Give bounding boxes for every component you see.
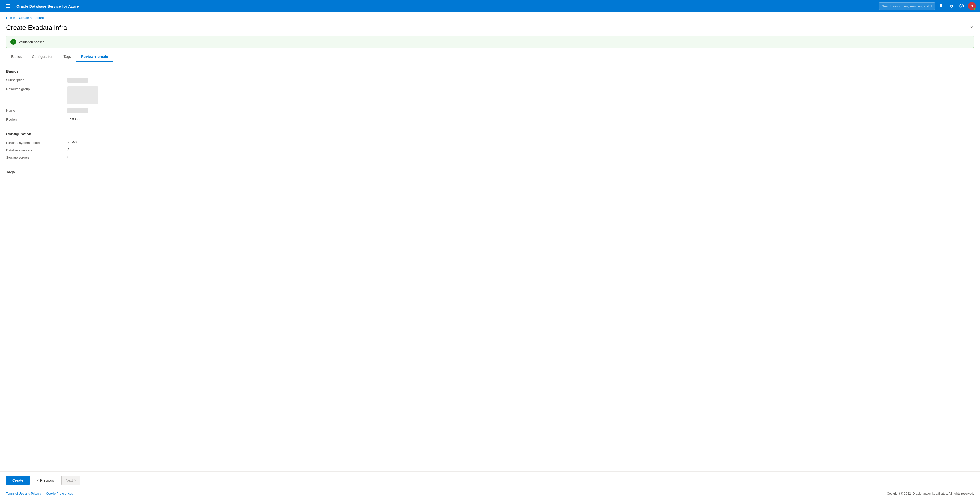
notifications-button[interactable] [937,2,945,10]
top-navigation: Oracle Database Service for Azure D [0,0,980,12]
field-exadata-model: Exadata system model X8M-2 [6,140,974,145]
tab-configuration[interactable]: Configuration [27,52,58,62]
copyright-text: Copyright © 2022, Oracle and/or its affi… [887,492,974,495]
settings-button[interactable] [947,2,956,10]
field-name: Name [6,108,974,114]
validation-banner: Validation passed. [6,36,974,48]
footer-actions: Create < Previous Next > [0,471,980,489]
field-label-exadata-model: Exadata system model [6,140,67,145]
name-placeholder [67,108,88,113]
previous-button[interactable]: < Previous [33,476,59,485]
field-region: Region East US [6,117,974,121]
footer-links: Terms of Use and Privacy Cookie Preferen… [6,492,73,495]
breadcrumb-home[interactable]: Home [6,16,15,20]
field-value-resource-group [67,86,98,105]
configuration-section: Configuration Exadata system model X8M-2… [6,132,974,159]
field-label-subscription: Subscription [6,78,67,82]
avatar-initials: D [970,4,973,8]
basics-section: Basics Subscription Resource group Name [6,69,974,121]
tags-section-title: Tags [6,170,974,174]
field-label-region: Region [6,117,67,121]
field-label-db-servers: Database servers [6,148,67,152]
create-button[interactable]: Create [6,476,30,485]
hamburger-menu-button[interactable] [4,2,12,10]
field-resource-group: Resource group [6,86,974,105]
tab-tags[interactable]: Tags [59,52,76,62]
field-storage-servers: Storage servers 3 [6,155,974,159]
page-title-row: Create Exadata infra × [0,22,980,36]
page-footer: Terms of Use and Privacy Cookie Preferen… [0,489,980,498]
user-avatar[interactable]: D [968,2,976,10]
app-title: Oracle Database Service for Azure [16,4,875,8]
avatar-status-dot [974,8,976,10]
cookie-link[interactable]: Cookie Preferences [46,492,73,495]
field-label-storage-servers: Storage servers [6,155,67,159]
page-title: Create Exadata infra [6,24,67,32]
field-subscription: Subscription [6,78,974,83]
main-wrapper: Home › Create a resource Create Exadata … [0,12,980,498]
field-value-name [67,108,88,114]
breadcrumb-sep-1: › [17,16,18,19]
basics-section-title: Basics [6,69,974,73]
global-search-input[interactable] [879,2,935,10]
svg-rect-1 [6,6,11,6]
validation-message: Validation passed. [19,40,45,44]
field-db-servers: Database servers 2 [6,148,974,152]
svg-point-4 [961,7,962,8]
next-button: Next > [61,476,80,485]
svg-rect-0 [6,4,11,5]
close-button[interactable]: × [969,24,974,31]
breadcrumb: Home › Create a resource [0,12,980,22]
content-area: Basics Subscription Resource group Name [0,62,980,471]
terms-link[interactable]: Terms of Use and Privacy [6,492,41,495]
field-label-resource-group: Resource group [6,86,67,91]
topnav-actions: D [879,2,976,10]
field-label-name: Name [6,108,67,113]
tabs-container: Basics Configuration Tags Review + creat… [0,52,980,62]
svg-rect-2 [6,7,11,8]
tab-basics[interactable]: Basics [6,52,27,62]
field-value-storage-servers: 3 [67,155,69,159]
help-button[interactable] [958,2,966,10]
tags-section: Tags [6,170,974,174]
validation-icon [11,39,16,45]
tab-review-create[interactable]: Review + create [76,52,113,62]
subscription-placeholder [67,78,88,83]
resource-group-placeholder [67,86,98,104]
field-value-db-servers: 2 [67,148,69,151]
configuration-section-title: Configuration [6,132,974,136]
breadcrumb-create-resource[interactable]: Create a resource [19,16,45,20]
field-value-subscription [67,78,88,83]
field-value-exadata-model: X8M-2 [67,140,77,144]
field-value-region: East US [67,117,80,121]
